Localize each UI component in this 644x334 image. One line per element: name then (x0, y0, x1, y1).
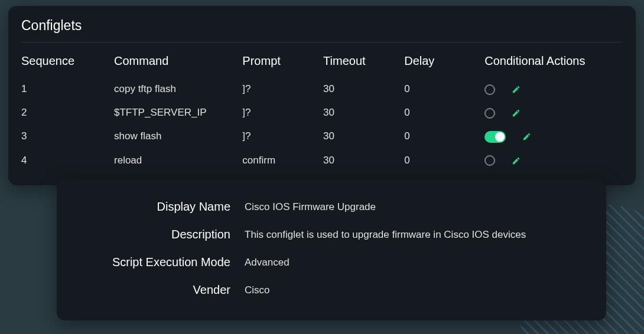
detail-vendor: Vender Cisco (73, 276, 590, 304)
table-row: 1copy tftp flash]?300 (21, 77, 623, 101)
cell-conditional-actions (484, 149, 623, 172)
cell-command: show flash (114, 125, 242, 149)
cell-sequence: 4 (21, 149, 114, 172)
cell-command: reload (114, 149, 242, 172)
cell-prompt: ]? (242, 125, 323, 149)
detail-value: This configlet is used to upgrade firmwa… (245, 229, 526, 241)
col-prompt: Prompt (242, 51, 323, 77)
configlets-panel: Configlets Sequence Command Prompt Timeo… (8, 6, 636, 185)
cell-prompt: ]? (242, 77, 323, 101)
cell-timeout: 30 (323, 149, 404, 172)
cell-delay: 0 (404, 149, 484, 172)
cell-prompt: confirm (242, 149, 323, 172)
cell-timeout: 30 (323, 77, 404, 101)
cell-command: $TFTP_SERVER_IP (114, 101, 242, 125)
cell-delay: 0 (404, 101, 484, 125)
edit-icon[interactable] (512, 85, 521, 94)
col-timeout: Timeout (323, 51, 404, 77)
detail-label: Display Name (73, 200, 245, 214)
cell-prompt: ]? (242, 101, 323, 125)
conditional-toggle-on[interactable] (484, 131, 506, 143)
cell-sequence: 1 (21, 77, 114, 101)
table-row: 2$TFTP_SERVER_IP]?300 (21, 101, 623, 125)
edit-icon[interactable] (512, 109, 521, 117)
detail-display-name: Display Name Cisco IOS Firmware Upgrade (73, 193, 590, 221)
cell-conditional-actions (484, 125, 623, 149)
cell-conditional-actions (484, 77, 623, 101)
panel-title: Configlets (21, 12, 623, 42)
detail-description: Description This configlet is used to up… (73, 221, 590, 248)
col-actions: Conditional Actions (484, 51, 623, 77)
col-command: Command (114, 51, 242, 77)
cell-sequence: 3 (21, 125, 114, 149)
cell-sequence: 2 (21, 101, 114, 125)
cell-timeout: 30 (323, 125, 404, 149)
table-row: 3show flash]?300 (21, 125, 623, 149)
cell-command: copy tftp flash (114, 77, 242, 101)
table-row: 4reloadconfirm300 (21, 149, 623, 172)
conditional-toggle-off[interactable] (484, 108, 495, 119)
col-sequence: Sequence (21, 51, 114, 77)
detail-mode: Script Execution Mode Advanced (73, 248, 590, 276)
detail-value: Cisco (245, 284, 270, 296)
conditional-toggle-off[interactable] (484, 84, 495, 95)
cell-conditional-actions (484, 101, 623, 125)
cell-timeout: 30 (323, 101, 404, 125)
edit-icon[interactable] (522, 132, 531, 141)
cell-delay: 0 (404, 77, 484, 101)
details-panel: Display Name Cisco IOS Firmware Upgrade … (57, 179, 606, 320)
detail-label: Description (73, 228, 245, 241)
edit-icon[interactable] (512, 156, 521, 165)
detail-value: Advanced (245, 257, 290, 268)
detail-label: Vender (73, 283, 245, 297)
col-delay: Delay (404, 51, 484, 77)
cell-delay: 0 (404, 125, 484, 149)
configlets-table: Sequence Command Prompt Timeout Delay Co… (21, 51, 623, 172)
conditional-toggle-off[interactable] (484, 155, 495, 166)
detail-value: Cisco IOS Firmware Upgrade (245, 201, 376, 213)
detail-label: Script Execution Mode (73, 256, 245, 269)
